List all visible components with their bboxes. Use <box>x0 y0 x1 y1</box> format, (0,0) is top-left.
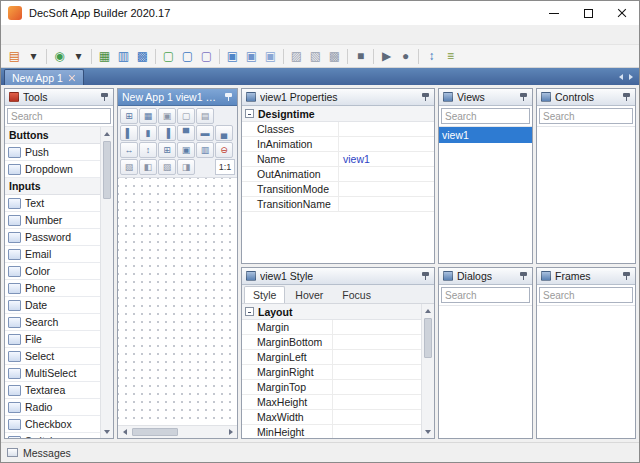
snap-to-grid-icon[interactable]: ▦ <box>139 108 157 124</box>
tool-item-switch[interactable]: Switch <box>5 433 100 438</box>
property-row[interactable]: TransitionMode <box>242 182 434 197</box>
tools-panel-header[interactable]: Tools <box>5 89 113 106</box>
align-left-icon[interactable]: ▌ <box>120 125 138 141</box>
tools-group-buttons[interactable]: Buttons <box>5 127 100 144</box>
controls-panel-header[interactable]: Controls <box>537 89 635 106</box>
new-dialog-icon[interactable]: ▢ <box>178 46 197 66</box>
tool-item-number[interactable]: Number <box>5 212 100 229</box>
environment-options-icon[interactable]: ≡ <box>441 46 460 66</box>
save-app-as-icon[interactable]: ▩ <box>133 46 152 66</box>
scroll-up-button[interactable] <box>101 127 113 140</box>
lock-controls-icon[interactable]: ▣ <box>158 108 176 124</box>
property-value[interactable] <box>332 365 422 379</box>
property-row[interactable]: TransitionName <box>242 197 434 212</box>
tools-group-inputs[interactable]: Inputs <box>5 178 100 195</box>
property-row[interactable]: MarginRight <box>242 365 421 380</box>
property-row[interactable]: Margin <box>242 320 421 335</box>
tools-pin-icon[interactable] <box>100 92 109 102</box>
copy-control-icon[interactable]: ▨ <box>158 159 176 175</box>
dialogs-panel-header[interactable]: Dialogs <box>439 268 532 285</box>
frames-pin-icon[interactable] <box>622 271 631 281</box>
new-app-icon[interactable]: ▤ <box>5 46 24 66</box>
tab-style[interactable]: Style <box>244 286 285 303</box>
frames-search-input[interactable] <box>539 287 633 303</box>
property-value[interactable] <box>332 410 422 424</box>
views-panel-header[interactable]: Views <box>439 89 532 106</box>
tool-item-file[interactable]: File <box>5 331 100 348</box>
designer-panel-header[interactable]: New App 1 view1 Desig <box>118 89 237 106</box>
property-row[interactable]: Name view1 <box>242 152 434 167</box>
tab-new-app-1[interactable]: New App 1 <box>4 69 84 85</box>
properties-panel-header[interactable]: view1 Properties <box>242 89 434 106</box>
property-row[interactable]: MarginBottom <box>242 335 421 350</box>
property-value[interactable] <box>332 350 422 364</box>
send-to-back-icon[interactable]: ▥ <box>196 142 214 158</box>
property-value[interactable]: view1 <box>338 152 434 166</box>
tool-item-checkbox[interactable]: Checkbox <box>5 416 100 433</box>
show-dialogs-icon[interactable]: ▣ <box>242 46 261 66</box>
collapse-icon[interactable] <box>245 307 254 316</box>
scrollbar-track[interactable] <box>422 317 434 425</box>
property-value[interactable] <box>332 335 422 349</box>
tools-scrollbar[interactable] <box>100 127 113 438</box>
scrollbar-thumb[interactable] <box>424 318 432 358</box>
property-value[interactable] <box>332 425 422 438</box>
show-frames-icon[interactable]: ▣ <box>261 46 280 66</box>
new-app-dropdown-arrow[interactable]: ▾ <box>24 46 43 66</box>
sort-properties-icon[interactable]: ↕ <box>422 46 441 66</box>
run-app-icon[interactable]: ▶ <box>377 46 396 66</box>
help-docs-icon[interactable]: ■ <box>351 46 370 66</box>
tool-item-push[interactable]: Push <box>5 144 100 161</box>
style-panel-header[interactable]: view1 Style <box>242 268 434 285</box>
show-grid-icon[interactable]: ⊞ <box>120 108 138 124</box>
align-top-icon[interactable]: ▀ <box>177 125 195 141</box>
property-value[interactable] <box>332 380 422 394</box>
scroll-down-button[interactable] <box>422 425 434 438</box>
frames-panel-header[interactable]: Frames <box>537 268 635 285</box>
remove-control-icon[interactable]: ⊖ <box>215 142 233 158</box>
tab-scroll-right-icon[interactable] <box>629 74 633 80</box>
tool-item-email[interactable]: Email <box>5 246 100 263</box>
tool-item-search[interactable]: Search <box>5 314 100 331</box>
view-item-view1[interactable]: view1 <box>439 127 532 143</box>
new-frame-icon[interactable]: ▢ <box>197 46 216 66</box>
new-view-icon[interactable]: ▢ <box>159 46 178 66</box>
paste-icon[interactable]: ▧ <box>306 46 325 66</box>
property-row[interactable]: MaxWidth <box>242 410 421 425</box>
align-center-icon[interactable]: ▮ <box>139 125 157 141</box>
tools-search-input[interactable] <box>7 108 111 124</box>
tab-close-button[interactable] <box>69 72 76 84</box>
same-height-icon[interactable]: ↕ <box>139 142 157 158</box>
open-app-icon[interactable]: ▦ <box>95 46 114 66</box>
tool-item-phone[interactable]: Phone <box>5 280 100 297</box>
tool-item-radio[interactable]: Radio <box>5 399 100 416</box>
views-search-input[interactable] <box>441 108 530 124</box>
align-middle-icon[interactable]: ▬ <box>196 125 214 141</box>
property-row[interactable]: OutAnimation <box>242 167 434 182</box>
tool-item-color[interactable]: Color <box>5 263 100 280</box>
bring-to-front-icon[interactable]: ▣ <box>177 142 195 158</box>
property-row[interactable]: MaxHeight <box>242 395 421 410</box>
property-value[interactable] <box>332 395 422 409</box>
minimize-button[interactable] <box>537 1 571 25</box>
preview-icon[interactable]: ▤ <box>196 108 214 124</box>
scroll-up-button[interactable] <box>422 304 434 317</box>
property-row[interactable]: MarginLeft <box>242 350 421 365</box>
align-bottom-icon[interactable]: ▄ <box>215 125 233 141</box>
designer-pin-icon[interactable] <box>224 92 233 102</box>
dialogs-search-input[interactable] <box>441 287 530 303</box>
internet-tools-icon[interactable]: ◉ <box>50 46 69 66</box>
maximize-button[interactable] <box>571 1 605 25</box>
property-value[interactable] <box>338 182 434 196</box>
scrollbar-track[interactable] <box>101 140 113 425</box>
duplicate-control-icon[interactable]: ◨ <box>177 159 195 175</box>
property-value[interactable] <box>338 122 434 136</box>
close-button[interactable] <box>605 1 639 25</box>
designer-canvas[interactable] <box>118 178 237 425</box>
controls-search-input[interactable] <box>539 108 633 124</box>
tool-item-multiselect[interactable]: MultiSelect <box>5 365 100 382</box>
messages-label[interactable]: Messages <box>23 447 71 459</box>
dialogs-pin-icon[interactable] <box>519 271 528 281</box>
tool-item-textarea[interactable]: Textarea <box>5 382 100 399</box>
property-row[interactable]: Classes <box>242 122 434 137</box>
